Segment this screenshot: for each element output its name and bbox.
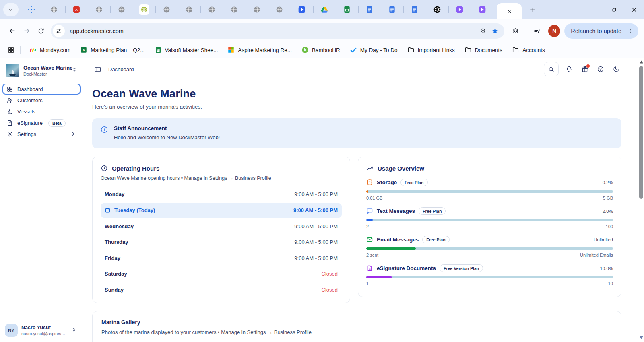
window-controls xyxy=(584,0,644,19)
pinned-tab[interactable] xyxy=(448,0,471,19)
close-tab-icon[interactable] xyxy=(505,7,514,16)
drive-icon xyxy=(320,6,328,14)
globe-icon xyxy=(118,6,126,14)
progress-bar xyxy=(366,190,613,193)
profile-avatar[interactable]: N xyxy=(548,25,560,37)
user-menu[interactable]: NY Nasro Yusuf nasro.yusuf@aspiresoftwar… xyxy=(0,324,83,337)
pinned-tab[interactable] xyxy=(291,0,313,19)
bookmark-label: Marketing Plan _ Q2... xyxy=(91,47,144,53)
beta-badge: Beta xyxy=(48,119,66,127)
bookmark-item[interactable]: Accounts xyxy=(507,44,550,56)
extensions-icon[interactable] xyxy=(508,24,523,38)
pinned-tab[interactable] xyxy=(471,0,493,19)
page-subtitle: Here's an overview of your marina's acti… xyxy=(92,104,621,110)
sidebar-item-settings[interactable]: Settings xyxy=(2,129,80,140)
playlist-icon[interactable] xyxy=(530,24,544,38)
pinned-tab[interactable] xyxy=(178,0,200,19)
org-switcher[interactable]: Ocean Wave Marine DockMaster xyxy=(0,58,83,81)
new-tab-button[interactable] xyxy=(526,4,539,16)
apps-grid-icon[interactable] xyxy=(5,44,17,56)
pinned-tab[interactable] xyxy=(403,0,426,19)
pinned-tab[interactable] xyxy=(110,0,133,19)
back-button[interactable] xyxy=(5,24,19,38)
database-icon xyxy=(366,179,373,186)
usage-item-storage: Storage Free Plan 0.2% 0.01 GB5 GB xyxy=(366,179,613,200)
bookmark-item[interactable]: Valsoft Master Shee... xyxy=(150,44,223,56)
bookmark-item[interactable]: My Day - To Do xyxy=(345,44,402,56)
pinned-tab[interactable] xyxy=(43,0,65,19)
chevron-right-icon xyxy=(70,130,76,138)
site-settings-icon[interactable] xyxy=(53,25,65,37)
url-bar[interactable]: app.dockmaster.com xyxy=(51,23,504,39)
pinned-tab[interactable] xyxy=(88,0,110,19)
bookmark-star-icon[interactable] xyxy=(489,25,501,37)
hours-row: Wednesday9:00 AM - 5:00 PM xyxy=(101,218,342,235)
bookmark-label: BambooHR xyxy=(312,47,340,53)
pinned-tab[interactable] xyxy=(426,0,448,19)
bookmark-label: Important Links xyxy=(418,47,455,53)
pinned-tabs: A xyxy=(20,0,493,19)
search-button[interactable] xyxy=(544,62,559,76)
tab-search-button[interactable] xyxy=(3,3,19,16)
url-text[interactable]: app.dockmaster.com xyxy=(70,28,477,34)
bookmark-item[interactable]: bBambooHR xyxy=(297,44,345,56)
framer-icon xyxy=(298,6,306,14)
whats-new-button[interactable] xyxy=(580,64,590,74)
pinned-tab[interactable] xyxy=(20,0,43,19)
bookmark-item[interactable]: Aspire Marketing Re... xyxy=(223,44,297,56)
breadcrumb[interactable]: Dashboard xyxy=(108,66,134,72)
close-window-button[interactable] xyxy=(624,0,644,19)
user-avatar: NY xyxy=(5,324,18,337)
menu-kebab-icon[interactable] xyxy=(626,27,635,35)
dark-mode-button[interactable] xyxy=(611,64,621,74)
bookmark-item[interactable]: Important Links xyxy=(402,44,460,56)
pinned-tab[interactable] xyxy=(200,0,223,19)
relaunch-button[interactable]: Relaunch to update xyxy=(564,23,638,39)
usage-item-esignature-documents: eSignature Documents Free Version Plan 1… xyxy=(366,264,613,286)
dashboard-icon xyxy=(6,86,13,93)
pinned-tab[interactable]: A xyxy=(65,0,88,19)
pinned-tab[interactable] xyxy=(381,0,403,19)
pinned-tab[interactable] xyxy=(336,0,358,19)
vessels-icon xyxy=(6,108,13,115)
sidebar-item-esignature[interactable]: eSignature Beta xyxy=(2,117,80,128)
hours-row-today: Tuesday (Today) 9:00 AM - 5:00 PM xyxy=(101,203,342,218)
restore-button[interactable] xyxy=(604,0,624,19)
scroll-up-icon[interactable] xyxy=(638,59,644,65)
pinned-tab[interactable] xyxy=(133,0,155,19)
esignature-icon xyxy=(6,119,13,126)
page-scrollbar[interactable] xyxy=(638,58,644,342)
help-button[interactable] xyxy=(595,64,606,74)
zoom-icon[interactable] xyxy=(477,25,489,37)
bookmark-item[interactable]: Monday.com xyxy=(25,44,75,56)
trend-up-icon xyxy=(366,165,374,172)
gallery-subtitle: Photos of the marina displayed to your c… xyxy=(101,329,612,335)
usage-percent: 0.2% xyxy=(603,180,613,185)
pinned-tab[interactable] xyxy=(155,0,178,19)
sidebar-item-vessels[interactable]: Vessels xyxy=(2,106,80,117)
scroll-down-icon[interactable] xyxy=(638,335,644,340)
notifications-button[interactable] xyxy=(564,64,574,74)
main-content: Dashboard Ocean Wave Marine Here's an ov… xyxy=(83,58,644,342)
pinned-tab[interactable] xyxy=(223,0,246,19)
reload-button[interactable] xyxy=(34,24,48,38)
usage-item-text-messages: Text Messages Free Plan 2.0% 2100 xyxy=(366,207,613,229)
pinned-tab[interactable] xyxy=(313,0,336,19)
forward-button[interactable] xyxy=(19,24,34,38)
bookmark-item[interactable]: Documents xyxy=(460,44,507,56)
active-tab[interactable] xyxy=(497,3,522,19)
pinned-tab[interactable] xyxy=(268,0,291,19)
browser-toolbar: app.dockmaster.com N Relaunch to update xyxy=(0,19,644,42)
plus-icon xyxy=(529,6,536,13)
sidebar-item-customers[interactable]: Customers xyxy=(2,95,80,106)
sidebar-item-dashboard[interactable]: Dashboard xyxy=(2,84,80,95)
pinned-tab[interactable] xyxy=(358,0,381,19)
bookmark-label: Documents xyxy=(475,47,502,53)
bookmark-item[interactable]: XMarketing Plan _ Q2... xyxy=(75,44,149,56)
pinned-tab[interactable] xyxy=(246,0,268,19)
sidebar-toggle-icon[interactable] xyxy=(92,64,103,74)
settings-icon xyxy=(6,131,13,138)
minimize-button[interactable] xyxy=(584,0,604,19)
svg-text:b: b xyxy=(304,48,306,52)
scrollbar-thumb[interactable] xyxy=(639,66,643,199)
